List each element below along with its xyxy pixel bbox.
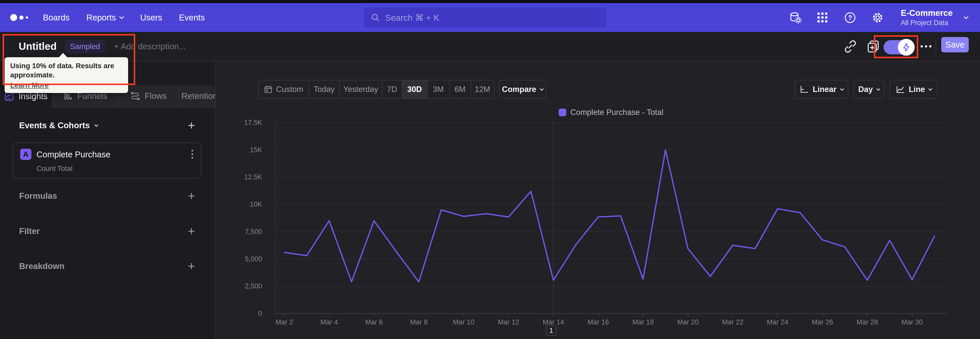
scale-selector[interactable]: Linear [794,80,848,99]
app-window: Boards Reports Users Events Search ⌘ + K [0,0,980,339]
global-search-input[interactable]: Search ⌘ + K [364,7,606,27]
search-icon [370,13,380,23]
overflow-menu-icon[interactable] [921,45,932,48]
chart-type-selector[interactable]: Line [890,80,938,99]
formulas-section-label: Formulas [19,191,57,201]
data-management-icon[interactable] [788,10,802,25]
x-tick-label: Mar 30 [894,318,930,326]
line-chart-icon [896,85,905,94]
settings-gear-icon[interactable] [870,10,885,25]
y-tick-label: 15K [250,146,262,154]
add-formula-button[interactable]: + [184,189,199,203]
linear-axis-icon [799,85,808,94]
chart-legend: Complete Purchase - Total [275,108,947,117]
y-axis-labels: 02,5005,0007,50010K12.5K15K17.5K [225,116,266,318]
line-chart[interactable] [275,116,947,318]
x-tick-label: Mar 8 [401,318,437,326]
add-breakdown-button[interactable]: + [184,259,199,273]
apps-grid-icon[interactable] [815,10,830,25]
chevron-down-icon [119,14,124,19]
x-tick-label: Mar 18 [625,318,661,326]
range-7d[interactable]: 7D [382,80,402,98]
chevron-down-icon [964,14,968,19]
legend-swatch [558,109,566,116]
x-tick-label: Mar 12 [491,318,527,326]
range-today[interactable]: Today [309,80,339,98]
chevron-down-icon [94,123,99,127]
save-button[interactable]: Save [941,37,969,52]
add-to-board-icon[interactable] [866,39,881,55]
navbar-right: ? E-Commerce All Project Data [788,8,968,27]
nav-item-users[interactable]: Users [140,13,162,22]
event-aggregation[interactable]: Count Total [37,165,73,173]
chart-panel: Custom Today Yesterday 7D 30D 3M 6M 12M … [216,61,980,339]
sampling-tooltip: Using 10% of data. Results are approxima… [5,57,128,93]
chevron-down-icon [840,86,844,91]
x-tick-label: Mar 26 [805,318,840,326]
y-tick-label: 5,000 [245,255,262,263]
x-tick-label: Mar 22 [715,318,751,326]
query-sidebar: Insights Funnels Flows [0,61,216,339]
range-30d[interactable]: 30D [402,80,427,98]
add-filter-button[interactable]: + [184,224,199,238]
y-tick-label: 12.5K [244,173,262,181]
search-placeholder: Search ⌘ + K [385,13,439,23]
chevron-down-icon [540,86,544,91]
pagination-page-1[interactable]: 1 [546,325,557,336]
nav-item-boards[interactable]: Boards [43,13,70,22]
date-range-control: Custom Today Yesterday 7D 30D 3M 6M 12M [258,80,494,99]
x-tick-label: Mar 2 [266,318,302,326]
x-tick-label: Mar 4 [311,318,347,326]
add-event-button[interactable]: + [184,118,199,132]
project-switcher[interactable]: E-Commerce All Project Data [900,8,953,27]
x-tick-label: Mar 6 [356,318,392,326]
y-tick-label: 7,500 [245,228,262,235]
filter-section-label: Filter [19,226,40,236]
tooltip-message: Using 10% of data. Results are approxima… [10,61,123,80]
copy-link-icon[interactable] [843,39,858,55]
y-tick-label: 17.5K [244,119,262,127]
help-icon[interactable]: ? [843,10,857,25]
events-cohorts-header[interactable]: Events & Cohorts [19,121,98,130]
calendar-icon [264,85,272,94]
range-6m[interactable]: 6M [449,80,471,98]
x-tick-label: Mar 20 [670,318,706,326]
add-description-field[interactable]: + Add description... [114,42,186,51]
project-name: E-Commerce [900,8,953,18]
x-tick-label: Mar 28 [850,318,885,326]
range-3m[interactable]: 3M [427,80,449,98]
mixpanel-logo-icon[interactable] [10,14,28,21]
legend-label: Complete Purchase - Total [570,108,663,117]
y-tick-label: 0 [258,310,262,318]
event-name[interactable]: Complete Purchase [37,150,110,160]
compare-button[interactable]: Compare [499,80,546,99]
nav-item-events[interactable]: Events [179,13,205,22]
x-tick-label: Mar 24 [760,318,795,326]
report-title[interactable]: Untitled [19,41,57,52]
tooltip-caret [59,53,67,58]
granularity-selector[interactable]: Day [854,80,884,99]
nav-item-reports[interactable]: Reports [86,13,124,22]
header-divider [935,39,936,54]
range-12m[interactable]: 12M [471,80,494,98]
sampled-badge[interactable]: Sampled [65,40,105,53]
y-tick-label: 2,500 [245,282,262,290]
y-tick-label: 10K [250,200,262,208]
top-navbar: Boards Reports Users Events Search ⌘ + K [0,3,980,32]
chevron-down-icon [928,86,932,91]
range-yesterday[interactable]: Yesterday [339,80,382,98]
tab-retention[interactable]: Retention [179,85,215,107]
primary-nav: Boards Reports Users Events [43,13,205,22]
event-options-kebab-icon[interactable] [191,150,193,158]
tooltip-learn-more-link[interactable]: Learn More [10,81,123,90]
x-tick-label: Mar 16 [580,318,616,326]
event-series-badge: A [20,149,32,160]
report-header: Untitled Sampled + Add description... [0,32,980,61]
sampling-toggle-knob [898,39,915,56]
event-card[interactable]: A Complete Purchase Count Total [13,142,201,179]
sampling-toggle[interactable] [883,40,914,54]
project-scope: All Project Data [900,19,953,27]
flows-icon [130,91,140,101]
range-custom[interactable]: Custom [259,80,309,98]
breakdown-section-label: Breakdown [19,261,65,271]
